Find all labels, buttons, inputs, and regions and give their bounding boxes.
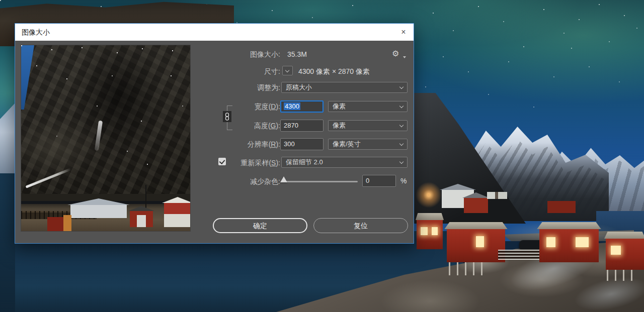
cabin-stilts [607,270,637,281]
village-barn [464,198,488,213]
noise-value: 0 [366,177,369,184]
width-unit-value: 像素 [333,102,346,110]
chevron-down-icon [285,68,289,72]
image-size-label: 图像大小: [201,50,280,59]
dimensions-value: 4300 像素 × 2870 像素 [298,67,370,76]
noise-slider-track[interactable] [282,181,358,182]
village-barn [547,201,576,213]
width-value: 4300 [284,102,300,110]
height-value: 2870 [284,122,298,129]
gear-menu-arrow-icon [403,56,406,58]
resample-method-value: 保留细节 2.0 [286,158,323,166]
preview-snow-patches [21,45,22,46]
preview-orange-panel [63,215,71,231]
dialog-titlebar[interactable]: 图像大小 × [15,24,414,41]
preview-red-white-house [164,203,191,227]
cabin-roof [604,232,644,239]
lit-window [576,237,589,247]
reset-button[interactable]: 复位 [313,218,408,233]
ok-button[interactable]: 确定 [213,218,307,233]
image-size-dialog: 图像大小 × 图像大小: 35.3M [15,23,414,244]
stars [0,0,1,1]
lit-window [546,237,555,247]
gear-icon[interactable]: ⚙ [392,48,405,59]
dialog-title: 图像大小 [22,24,50,41]
dimensions-label: 尺寸: [201,67,280,76]
height-input[interactable]: 2870 [280,120,324,132]
resample-label: 重新采样(S): [226,159,280,168]
image-size-value: 35.3M [287,50,307,58]
preview-red-shed [130,211,153,227]
red-cabin [539,229,599,262]
chain-icon [225,113,229,121]
resolution-label: 分辨率(R): [201,140,280,149]
streetlight-glow [416,182,442,208]
desktop: 图像大小 × 图像大小: 35.3M [0,0,644,312]
resolution-unit-value: 像素/英寸 [333,140,361,148]
resolution-value: 300 [284,140,295,148]
chevron-down-icon [399,142,404,146]
resolution-unit-dropdown[interactable]: 像素/英寸 [328,139,408,150]
fit-to-value: 原稿大小 [286,83,312,91]
chevron-down-icon [399,104,404,108]
noise-label: 减少杂色: [201,177,280,186]
width-input[interactable]: 4300 [280,100,324,113]
sea-water [0,173,15,312]
dimensions-unit-toggle[interactable] [282,66,293,75]
lit-window [476,236,484,247]
fit-to-label: 调整为: [201,83,280,92]
cabin-stilts [449,262,484,275]
preview-village [21,194,190,231]
noise-input[interactable]: 0 [362,175,396,187]
cabin-roof [444,222,507,229]
height-label: 高度(G): [201,122,280,131]
lit-window [421,227,428,235]
cabin-roof [537,222,601,229]
height-unit-dropdown[interactable]: 像素 [328,120,408,131]
red-cabin [417,220,443,249]
resolution-input[interactable]: 300 [280,138,324,150]
resample-method-dropdown[interactable]: 保留细节 2.0 [281,157,408,168]
height-unit-value: 像素 [333,122,346,129]
chevron-down-icon [399,160,404,164]
lit-window [432,227,438,235]
chevron-down-icon [399,123,404,127]
preview-image[interactable] [21,45,191,232]
red-cabin [606,239,644,270]
close-icon[interactable]: × [397,27,410,38]
fit-to-dropdown[interactable]: 原稿大小 [281,82,408,93]
preview-white-house [70,205,127,218]
noise-slider-thumb[interactable] [280,176,287,182]
gear-glyph: ⚙ [392,49,399,58]
chevron-down-icon [399,85,404,89]
width-unit-dropdown[interactable]: 像素 [328,101,408,112]
preview-shed-door [137,215,146,227]
width-label: 宽度(D): [201,102,280,112]
village-houses [487,192,507,199]
lit-window [611,246,621,255]
red-cabin [447,229,505,262]
cabin-roof [416,213,444,220]
link-dimensions-icon[interactable] [223,111,231,122]
noise-unit: % [400,177,407,185]
resample-checkbox[interactable] [218,158,226,165]
